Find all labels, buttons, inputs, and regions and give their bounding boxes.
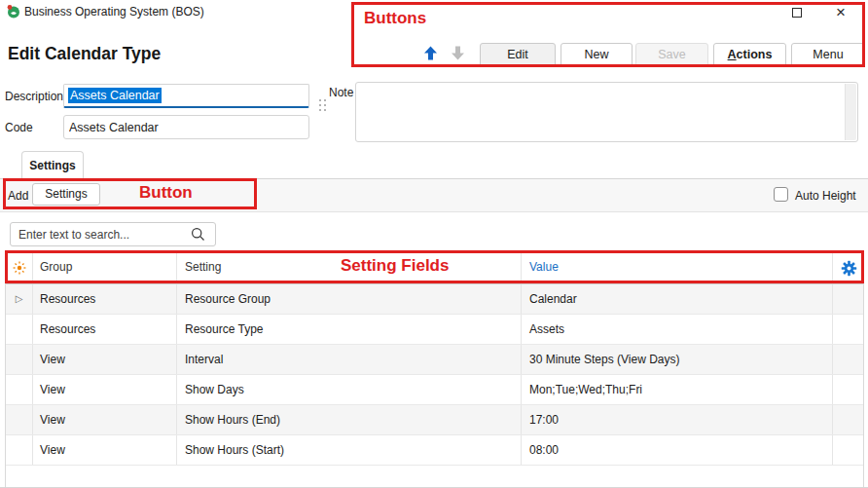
cell-group[interactable]: Resources: [33, 315, 177, 344]
add-label: Add: [8, 189, 28, 203]
auto-height-checkbox[interactable]: [774, 187, 788, 202]
row-expand-icon: ▷: [16, 294, 23, 304]
cell-value[interactable]: Mon;Tue;Wed;Thu;Fri: [522, 375, 833, 404]
row-indicator[interactable]: [6, 435, 33, 465]
arrow-up-icon: [424, 47, 437, 60]
cell-group[interactable]: Resources: [33, 284, 177, 314]
app-icon: [6, 4, 20, 19]
row-indicator[interactable]: [6, 375, 33, 404]
cell-value[interactable]: 17:00: [522, 405, 833, 434]
cell-setting[interactable]: Show Days: [177, 375, 522, 404]
row-indicator[interactable]: [6, 405, 33, 434]
tab-settings[interactable]: Settings: [21, 151, 84, 179]
description-input[interactable]: Assets Calendar: [63, 84, 309, 108]
settings-grid: Group Setting Value: [5, 251, 864, 488]
row-indicator[interactable]: ▷: [6, 284, 33, 314]
nav-up-button[interactable]: [422, 45, 439, 61]
page-title: Edit Calendar Type: [8, 44, 161, 64]
cell-value[interactable]: 30 Minute Steps (View Days): [522, 345, 833, 374]
note-label: Note: [329, 86, 353, 99]
menu-button[interactable]: Menu: [791, 43, 865, 67]
table-row[interactable]: View Interval 30 Minute Steps (View Days…: [6, 345, 863, 375]
grid-header-row: Group Setting Value: [6, 252, 863, 284]
cell-value[interactable]: 08:00: [522, 435, 833, 465]
maximize-button[interactable]: [784, 2, 810, 22]
table-row[interactable]: View Show Hours (Start) 08:00: [6, 435, 863, 466]
code-label: Code: [5, 121, 33, 134]
description-label: Description: [5, 90, 63, 103]
arrow-down-icon: [452, 47, 464, 60]
row-indicator[interactable]: [6, 315, 33, 344]
nav-down-button[interactable]: [450, 45, 466, 61]
search-icon: [191, 227, 205, 242]
table-row[interactable]: Resources Resource Type Assets: [6, 315, 863, 345]
save-button: Save: [635, 43, 708, 67]
annotation-label-buttons: Buttons: [364, 9, 426, 28]
cell-group[interactable]: View: [33, 435, 177, 465]
cell-group[interactable]: View: [33, 405, 177, 434]
row-indicator[interactable]: [6, 345, 33, 374]
description-selected-text: Assets Calendar: [68, 88, 162, 103]
code-input[interactable]: [63, 115, 309, 139]
note-field: [355, 82, 858, 142]
search-input[interactable]: [10, 222, 216, 246]
window-title: Business Operating System (BOS): [24, 5, 204, 19]
maximize-icon: [792, 8, 802, 18]
note-textarea[interactable]: [357, 84, 844, 140]
table-row[interactable]: ▷ Resources Resource Group Calendar: [6, 284, 863, 315]
sun-icon: [13, 261, 26, 275]
column-header-setting[interactable]: Setting: [177, 252, 522, 283]
cell-setting[interactable]: Resource Group: [177, 284, 522, 314]
gear-icon: [841, 260, 857, 277]
cell-value[interactable]: Assets: [522, 315, 833, 344]
table-row[interactable]: View Show Days Mon;Tue;Wed;Thu;Fri: [6, 375, 863, 405]
cell-setting[interactable]: Show Hours (End): [177, 405, 522, 434]
cell-setting[interactable]: Resource Type: [177, 315, 522, 344]
close-button[interactable]: ×: [828, 2, 853, 22]
edit-button[interactable]: Edit: [480, 43, 556, 67]
grid-corner-cell[interactable]: [6, 252, 33, 283]
note-scrollbar[interactable]: [845, 84, 856, 140]
new-button[interactable]: New: [561, 43, 633, 67]
settings-toolbar-band: [0, 179, 868, 212]
cell-setting[interactable]: Interval: [177, 345, 522, 374]
cell-setting[interactable]: Show Hours (Start): [177, 435, 522, 465]
auto-height-label: Auto Height: [795, 189, 856, 203]
cell-group[interactable]: View: [33, 375, 177, 404]
close-icon: ×: [836, 4, 846, 20]
splitter-handle[interactable]: [319, 99, 326, 112]
actions-button[interactable]: Actions: [713, 43, 786, 67]
app-window: Business Operating System (BOS) × Edit C…: [0, 0, 868, 488]
column-header-value[interactable]: Value: [522, 252, 833, 283]
add-settings-button[interactable]: Settings: [32, 183, 100, 206]
cell-value[interactable]: Calendar: [522, 284, 833, 314]
table-row[interactable]: View Show Hours (End) 17:00: [6, 405, 863, 435]
grid-settings-button[interactable]: [833, 252, 865, 283]
column-header-group[interactable]: Group: [33, 252, 177, 283]
cell-group[interactable]: View: [33, 345, 177, 374]
